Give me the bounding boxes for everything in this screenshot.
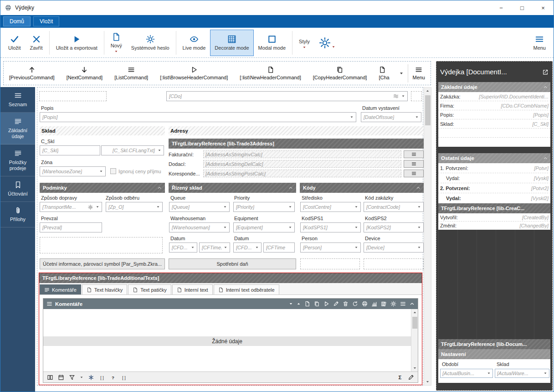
main-scrollbar[interactable] <box>424 87 431 386</box>
field-row[interactable]: 1. Potvrzení: [Potvr] <box>438 163 550 173</box>
spotrebni-dan-button[interactable]: Spotřební daň <box>169 258 296 269</box>
previous-command-button[interactable]: [PreviousCommand] <box>9 66 55 80</box>
sidebar-item-uctovani[interactable]: Účtování <box>0 176 35 202</box>
asterisk-icon[interactable] <box>88 374 94 381</box>
copy-header-command-button[interactable]: [CopyHeaderCommand] <box>313 66 367 80</box>
kodsps1-field[interactable]: [KodSPS1] <box>300 222 361 232</box>
columns-view-icon[interactable] <box>47 374 53 381</box>
priority-field[interactable]: [Priority] <box>233 202 295 212</box>
scroll-down-icon[interactable] <box>426 380 430 384</box>
copy-record-icon[interactable] <box>314 301 320 307</box>
change-command-button[interactable]: [Cha <box>379 66 393 80</box>
sidebar-item-zakladni-udaje[interactable]: Základní údaje <box>0 113 35 144</box>
transport-method-field[interactable]: [TransportMe... <box>40 202 102 212</box>
korespondencni-value[interactable]: [AddressAsStringPostCalc] <box>203 170 401 177</box>
command-menu-button[interactable]: Menu <box>412 66 425 80</box>
warehouseman-field[interactable]: [Warehouseman] <box>169 222 230 232</box>
queue-field[interactable]: [Queue] <box>169 202 230 212</box>
list-command-button[interactable]: [ListCommand] <box>114 66 148 80</box>
field-row[interactable]: Vydal: [Vyskl2] <box>438 193 550 203</box>
field-row[interactable]: Vydal: [Vyskl] <box>438 173 550 183</box>
datum1-time-field[interactable]: [CFTime... <box>199 242 230 253</box>
field-row[interactable]: Vytvořil: [CreatedBy] <box>438 213 550 222</box>
prevzal-field[interactable]: [Prevzal] <box>40 222 102 232</box>
minimize-button[interactable]: − <box>491 0 512 15</box>
date-of-issue-field[interactable]: [DateOfIssue] <box>361 112 421 122</box>
tab-domu[interactable]: Domů <box>3 16 31 26</box>
maximize-button[interactable]: □ <box>512 0 533 15</box>
scroll-up-icon[interactable] <box>426 89 430 93</box>
new-header-command-button[interactable]: [:list\NewHeaderCommand] <box>240 66 301 80</box>
edit-record-icon[interactable] <box>333 301 339 307</box>
settings-gear-button[interactable] <box>314 30 340 56</box>
zakladni-udaje-header[interactable]: Základní údaje <box>438 82 550 92</box>
chevron-down-icon[interactable] <box>399 71 404 76</box>
print-icon[interactable] <box>362 301 368 307</box>
open-record-icon[interactable] <box>323 301 329 307</box>
help-icon[interactable]: ? <box>110 374 116 381</box>
fakturacni-value[interactable]: [AddressAsStringInvCalc] <box>203 150 401 158</box>
field-row[interactable]: Změnil: [ChangedBy] <box>438 222 550 230</box>
hamburger-menu-icon[interactable] <box>400 301 406 307</box>
tab-vlozit[interactable]: Vložit <box>33 16 59 26</box>
kody-header[interactable]: Kódy <box>300 183 424 193</box>
close-document-button[interactable]: Zavřít <box>26 30 47 56</box>
person-field[interactable]: [Person] <box>300 242 361 253</box>
tab-text-hlavicky[interactable]: Text hlavičky <box>82 284 127 294</box>
ignoruj-ceny-checkbox[interactable] <box>110 168 116 174</box>
sidebar-item-seznam[interactable]: Seznam <box>0 87 35 113</box>
equipment-field[interactable]: [Equipment] <box>233 222 295 232</box>
dodaci-value[interactable]: [AddressAsStringDelCalc] <box>203 160 401 168</box>
rizeny-sklad-header[interactable]: Řízený sklad <box>169 183 296 193</box>
save-export-button[interactable]: Uložit a exportovat <box>51 30 102 56</box>
chevron-up-icon[interactable] <box>410 301 415 306</box>
decorate-mode-button[interactable]: Decorate mode <box>210 30 253 56</box>
gear-icon[interactable] <box>88 205 93 210</box>
close-button[interactable]: × <box>533 0 554 15</box>
datum1-date-field[interactable]: [CFD... <box>169 242 197 253</box>
dropdown-arrow-icon[interactable] <box>80 376 83 379</box>
kodsps2-field[interactable]: [KodSPS2] <box>364 222 424 232</box>
tab-text-paticky[interactable]: Text patičky <box>128 284 171 294</box>
ostatni-udaje-header[interactable]: Ostatní údaje <box>438 153 550 163</box>
tab-interni-text[interactable]: Interní text <box>172 284 213 294</box>
datum2-date-field[interactable]: [CFD... <box>233 242 262 253</box>
chevron-up-icon[interactable] <box>157 186 162 190</box>
cdo-field[interactable]: [CDo] <box>166 91 408 101</box>
popout-icon[interactable] <box>542 69 549 75</box>
scroll-up-icon[interactable] <box>413 310 417 315</box>
c-skl-field[interactable]: [C_Skl] <box>40 145 100 155</box>
edit-pencil-icon[interactable] <box>408 374 414 381</box>
device-field[interactable]: [Device] <box>364 242 424 253</box>
chevron-up-icon[interactable] <box>288 186 293 190</box>
refresh-icon[interactable] <box>352 301 358 307</box>
new-record-icon[interactable] <box>304 301 310 307</box>
hamburger-menu-icon[interactable] <box>46 301 52 307</box>
filter-icon[interactable] <box>69 374 75 381</box>
actual-warehouse-field[interactable]: [ActualWare... <box>495 369 549 378</box>
brackets-icon[interactable]: [ ] <box>121 374 127 381</box>
scrollbar-thumb[interactable] <box>412 317 417 329</box>
chevron-up-icon[interactable] <box>543 85 548 89</box>
field-row[interactable]: 2. Potvrzení: [Potvr2] <box>438 183 550 193</box>
live-mode-button[interactable]: Live mode <box>178 30 210 56</box>
collapse-up-icon[interactable] <box>297 302 301 306</box>
sum-icon[interactable]: Σ <box>397 374 403 381</box>
field-row[interactable]: Sklad: [C_Skl] <box>438 119 550 129</box>
comments-scrollbar[interactable] <box>411 309 418 371</box>
field-row[interactable]: Zakázka: [SuperiorRID.DocumentIdenti... <box>438 92 550 101</box>
save-button[interactable]: Uložit <box>4 30 26 56</box>
podminky-header[interactable]: Podmínky <box>40 183 165 193</box>
popis-field[interactable]: [Popis] <box>40 112 356 122</box>
sidebar-item-prilohy[interactable]: Přílohy <box>0 202 35 227</box>
ucetni-informace-button[interactable]: Účetní informace, párovací symbol [Par_S… <box>40 258 165 269</box>
cost-centre-field[interactable]: [CostCentre] <box>300 202 361 212</box>
columns-icon[interactable] <box>381 301 387 307</box>
field-row[interactable]: Popis: [Popis] <box>438 110 550 119</box>
tab-komentare[interactable]: Komentáře <box>40 284 81 294</box>
gear-icon[interactable] <box>390 301 396 307</box>
c-skl-lang-field[interactable]: [C_Skl.CFLangTxt] <box>101 145 164 155</box>
warehouse-zone-field[interactable]: [WarehouseZone] <box>40 166 106 176</box>
address-menu-button[interactable] <box>404 170 424 177</box>
panel-view-icon[interactable] <box>58 374 64 381</box>
